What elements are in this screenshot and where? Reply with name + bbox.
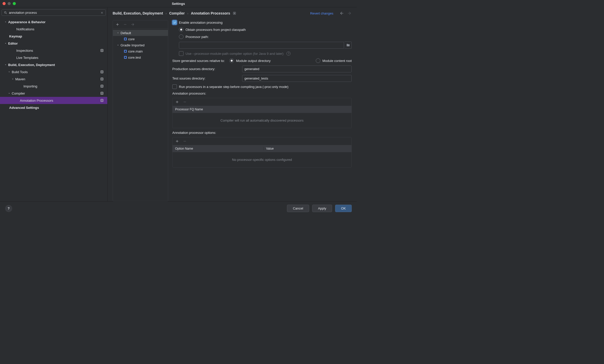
- right-panel: Enable annotation processing Obtain proc…: [172, 20, 352, 201]
- svg-rect-7: [101, 86, 103, 87]
- add-processor-icon[interactable]: [175, 100, 179, 104]
- breadcrumb-part: Annotation Processors: [191, 11, 230, 15]
- search-box[interactable]: [2, 9, 106, 16]
- add-option-icon[interactable]: [175, 139, 179, 143]
- profile-item-label: Default: [121, 31, 131, 35]
- sidebar-item[interactable]: Inspections: [0, 47, 107, 54]
- traffic-lights: [3, 2, 16, 5]
- main-content: Appearance & BehaviorNotificationsKeymap…: [0, 7, 357, 201]
- search-input[interactable]: [9, 11, 99, 15]
- breadcrumb-part[interactable]: Compiler: [169, 11, 185, 15]
- close-window-button[interactable]: [3, 2, 6, 5]
- prod-dir-label: Production sources directory:: [172, 67, 239, 71]
- module-output-label: Module output directory: [236, 59, 271, 63]
- svg-rect-9: [101, 93, 103, 94]
- sidebar-item-label: Appearance & Behavior: [8, 20, 46, 24]
- breadcrumb-part[interactable]: Build, Execution, Deployment: [113, 11, 163, 15]
- sidebar-item[interactable]: Advanced Settings: [0, 104, 107, 111]
- add-profile-icon[interactable]: [115, 22, 120, 27]
- profile-item[interactable]: core: [113, 36, 168, 42]
- profile-tree: DefaultcoreGradle Importedcore.maincore.…: [113, 29, 168, 201]
- ok-button[interactable]: OK: [335, 205, 352, 212]
- cancel-button[interactable]: Cancel: [287, 205, 309, 212]
- sidebar-item[interactable]: Live Templates: [0, 54, 107, 61]
- sidebar-item[interactable]: Importing: [0, 83, 107, 90]
- sidebar-item-label: Compiler: [12, 92, 25, 95]
- sidebar-item[interactable]: Annotation Processors: [0, 97, 107, 104]
- test-dir-input[interactable]: [242, 75, 352, 82]
- module-content-radio[interactable]: [316, 58, 320, 63]
- forward-icon: [347, 11, 352, 16]
- obtain-classpath-row[interactable]: Obtain processors from project classpath: [179, 27, 352, 32]
- use-module-path-label: Use --processor-module-path compiler opt…: [186, 52, 283, 56]
- profile-item[interactable]: Default: [113, 30, 168, 36]
- run-separate-checkbox[interactable]: [172, 84, 177, 89]
- processors-empty-text: Compiler will run all automatically disc…: [173, 113, 351, 128]
- profile-toolbar: [113, 20, 168, 29]
- sidebar-item[interactable]: Build, Execution, Deployment: [0, 61, 107, 68]
- folder-icon: [346, 43, 350, 47]
- help-icon[interactable]: ?: [286, 51, 291, 56]
- sidebar-item-label: Importing: [23, 84, 37, 88]
- config-scope-icon[interactable]: [233, 11, 236, 15]
- sidebar-item-label: Build, Execution, Deployment: [8, 63, 55, 67]
- titlebar: Settings: [0, 0, 357, 7]
- revert-changes-link[interactable]: Revert changes: [310, 11, 333, 15]
- module-content-row[interactable]: Module content root: [316, 58, 352, 63]
- enable-annotation-checkbox[interactable]: [172, 20, 177, 25]
- processor-options-label: Annotation processor options:: [172, 131, 352, 135]
- sidebar-item[interactable]: Notifications: [0, 25, 107, 33]
- processor-path-radio[interactable]: [179, 34, 183, 39]
- svg-rect-15: [125, 38, 126, 40]
- footer: ? Cancel Apply OK: [0, 201, 357, 215]
- sidebar-item[interactable]: Keymap: [0, 33, 107, 40]
- module-output-row[interactable]: Module output directory: [229, 58, 271, 63]
- sidebar-item[interactable]: Maven: [0, 75, 107, 83]
- prod-dir-input[interactable]: [242, 66, 352, 72]
- sidebar-item-label: Maven: [15, 77, 25, 81]
- help-button[interactable]: ?: [5, 205, 12, 212]
- svg-rect-17: [125, 50, 126, 52]
- remove-profile-icon: [123, 22, 127, 27]
- sidebar-item[interactable]: Appearance & Behavior: [0, 18, 107, 25]
- processor-path-row[interactable]: Processor path:: [179, 34, 352, 39]
- sidebar-item-label: Editor: [8, 42, 18, 45]
- test-dir-label: Test sources directory:: [172, 76, 239, 80]
- profile-item[interactable]: core.main: [113, 48, 168, 54]
- svg-rect-19: [125, 57, 126, 58]
- move-to-icon: [131, 22, 135, 27]
- sidebar-item-label: Annotation Processors: [20, 99, 53, 102]
- profile-item-label: Gradle Imported: [121, 43, 145, 47]
- browse-path-button[interactable]: [345, 42, 352, 49]
- settings-tree: Appearance & BehaviorNotificationsKeymap…: [0, 18, 107, 201]
- module-output-radio[interactable]: [229, 58, 234, 63]
- obtain-classpath-radio[interactable]: [179, 27, 183, 32]
- back-icon[interactable]: [339, 11, 344, 16]
- profile-item[interactable]: Gradle Imported: [113, 42, 168, 48]
- remove-option-icon: [183, 139, 187, 143]
- run-separate-row[interactable]: Run processors in a separate step before…: [172, 84, 352, 89]
- enable-annotation-row[interactable]: Enable annotation processing: [172, 20, 352, 25]
- apply-button[interactable]: Apply: [312, 205, 332, 212]
- maximize-window-button[interactable]: [13, 2, 16, 5]
- processor-path-input: [179, 42, 344, 49]
- sidebar-item-label: Live Templates: [16, 56, 38, 60]
- options-empty-text: No processor-specific options configured: [173, 152, 351, 167]
- sidebar-item[interactable]: Editor: [0, 40, 107, 47]
- sidebar-item[interactable]: Compiler: [0, 90, 107, 97]
- svg-rect-3: [101, 71, 103, 73]
- sidebar-item[interactable]: Build Tools: [0, 68, 107, 75]
- option-name-column: Option Name: [175, 147, 264, 150]
- search-icon: [4, 11, 7, 15]
- svg-rect-1: [101, 50, 103, 51]
- clear-search-icon[interactable]: [100, 11, 103, 14]
- content-pane: Build, Execution, Deployment › Compiler …: [108, 7, 357, 201]
- profile-item[interactable]: core.test: [113, 54, 168, 60]
- use-module-path-row: Use --processor-module-path compiler opt…: [179, 51, 352, 56]
- svg-rect-13: [234, 13, 235, 14]
- sidebar-item-label: Notifications: [16, 27, 34, 31]
- minimize-window-button[interactable]: [8, 2, 11, 5]
- annotation-processors-table: Processor FQ Name Compiler will run all …: [172, 98, 352, 128]
- value-column: Value: [264, 147, 274, 150]
- profile-item-label: core.main: [128, 49, 143, 53]
